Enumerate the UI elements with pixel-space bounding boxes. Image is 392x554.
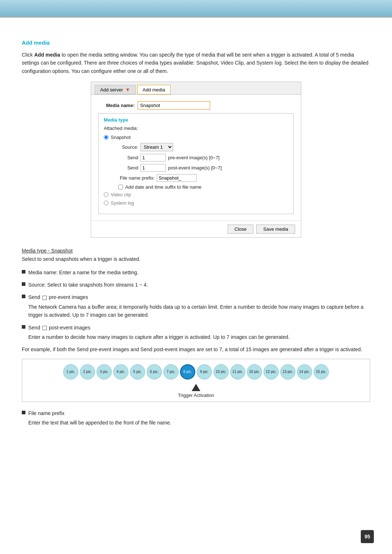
filename-prefix-label: File name prefix: (118, 175, 155, 181)
tab-bar: Add server ▼ Add media (91, 82, 301, 95)
main-content: Add media Click Add media to open the me… (0, 26, 392, 453)
pic-circle-15: 14 pic. (297, 364, 312, 379)
pic-circle-11: 11 pic. (230, 364, 245, 379)
media-name-row: Media name: (98, 101, 294, 110)
bullet-content-1: Media name: Enter a name for the media s… (28, 268, 139, 276)
radio-systemlog-label: System log (111, 200, 134, 206)
bullet-send-pre: Send pre-event images The Network Camera… (22, 293, 370, 319)
send-post-checkbox-inline (42, 326, 47, 330)
date-suffix-checkbox[interactable] (118, 185, 123, 189)
bullet-5-title: File name prefix (28, 410, 65, 416)
tab-add-server[interactable]: Add server ▼ (95, 85, 136, 94)
filename-prefix-row: File name prefix: (118, 174, 288, 182)
pic-circle-12: 10 pic. (247, 364, 262, 379)
trigger-label: Trigger Activation (178, 393, 214, 398)
radio-videoclip-row: Video clip (104, 192, 288, 197)
filename-prefix-input[interactable] (157, 174, 197, 182)
bullet-square-5 (22, 411, 25, 414)
diagram-box: 1 pic.2 pic.3 pic.4 pic.5 pic.6 pic.7 pi… (22, 359, 370, 402)
description-section: Media type - Snapshot Select to send sna… (22, 248, 370, 427)
page-title: Add media (22, 40, 370, 46)
send-post-suffix: post-event image(s) [0~7] (168, 165, 222, 171)
panel-footer: Close Save media (91, 221, 301, 237)
media-type-box: Media type Attached media: Snapshot Sour… (98, 113, 294, 214)
radio-videoclip[interactable] (104, 192, 109, 197)
bullet-2-title: Source: Select to take snapshots from st… (28, 282, 148, 288)
date-suffix-label: Add date and time suffix to file name (125, 184, 201, 190)
pic-circle-9: 9 pic. (197, 364, 212, 379)
source-select[interactable]: Stream 1 Stream 2 Stream 3 Stream 4 (140, 143, 173, 151)
attached-media-label: Attached media: (104, 126, 288, 131)
bullet-content-2: Source: Select to take snapshots from st… (28, 281, 148, 289)
send-post-row: Send post-event image(s) [0~7] (118, 164, 288, 172)
top-bar (0, 0, 392, 17)
pic-circle-5: 5 pic. (130, 364, 145, 379)
media-name-label: Media name: (98, 103, 135, 108)
bullet-source: Source: Select to take snapshots from st… (22, 281, 370, 289)
tab-add-media[interactable]: Add media (137, 85, 171, 94)
bullet-content-5: File name prefix Enter the text that wil… (28, 409, 171, 427)
send-pre-checkbox-inline (42, 296, 47, 300)
add-server-label: Add server (100, 87, 123, 93)
radio-snapshot-row: Snapshot (104, 135, 288, 140)
bullet-square-4 (22, 325, 25, 329)
radio-systemlog-row: System log (104, 200, 288, 206)
page-number: 95 (361, 530, 374, 543)
send-pre-label: Send (118, 155, 138, 160)
bullet-square-2 (22, 282, 25, 286)
media-type-title: Media type (104, 117, 288, 123)
desc-section-title: Media type - Snapshot (22, 248, 370, 254)
bullet-content-4: Send post-event images Enter a number to… (28, 324, 290, 341)
radio-snapshot-label: Snapshot (111, 135, 131, 140)
bullet-content-3: Send pre-event images The Network Camera… (28, 293, 370, 319)
pic-circle-6: 6 pic. (147, 364, 162, 379)
pic-circle-1: 1 pic. (63, 364, 78, 379)
example-paragraph: For example, if both the Send pre-event … (22, 345, 370, 353)
trigger-area: Trigger Activation (26, 384, 366, 398)
pic-circle-4: 4 pic. (113, 364, 128, 379)
bullet-1-title: Media name: Enter a name for the media s… (28, 270, 139, 275)
pic-circle-16: 15 pic. (314, 364, 329, 379)
media-name-input[interactable] (138, 101, 210, 110)
close-button[interactable]: Close (228, 225, 253, 234)
send-pre-suffix: pre-event image(s) [0~7] (168, 155, 220, 160)
radio-videoclip-label: Video clip (111, 192, 131, 197)
desc-section-subtitle: Select to send snapshots when a trigger … (22, 255, 370, 263)
bullet-5-body: Enter the text that will be appended to … (28, 419, 171, 427)
bullet-square-3 (22, 295, 25, 298)
pic-circle-14: 13 pic. (280, 364, 295, 379)
send-pre-row: Send pre-event image(s) [0~7] (118, 154, 288, 161)
snapshot-options: Source: Stream 1 Stream 2 Stream 3 Strea… (118, 143, 288, 190)
source-row: Source: Stream 1 Stream 2 Stream 3 Strea… (118, 143, 288, 151)
add-media-label: Add media (143, 87, 165, 93)
ui-panel: Add server ▼ Add media Media name: Media… (91, 82, 301, 238)
panel-body: Media name: Media type Attached media: S… (91, 95, 301, 221)
bullet-4-body: Enter a number to decide how many images… (28, 333, 290, 341)
pic-strip: 1 pic.2 pic.3 pic.4 pic.5 pic.6 pic.7 pi… (26, 364, 366, 379)
pic-circle-3: 3 pic. (97, 364, 112, 379)
send-post-label: Send (118, 165, 138, 171)
pic-circle-2: 2 pic. (80, 364, 95, 379)
send-pre-input[interactable] (140, 154, 166, 161)
radio-systemlog[interactable] (104, 201, 109, 205)
pic-circle-8: 8 pic. (180, 364, 195, 379)
bullet-media-name: Media name: Enter a name for the media s… (22, 268, 370, 276)
intro-paragraph: Click Add media to open the media settin… (22, 51, 370, 75)
bullet-3-body: The Network Camera has a buffer area; it… (28, 303, 370, 319)
bullet-send-post: Send post-event images Enter a number to… (22, 324, 370, 341)
bullet-3-title: Send pre-event images (28, 294, 88, 300)
radio-snapshot[interactable] (104, 135, 109, 140)
date-suffix-row: Add date and time suffix to file name (118, 184, 288, 190)
bullet-square-1 (22, 270, 25, 274)
pic-circle-10: 10 pic. (213, 364, 229, 379)
source-label: Source: (118, 144, 138, 150)
pic-circle-13: 12 pic. (264, 364, 279, 379)
send-post-input[interactable] (140, 164, 166, 172)
save-media-button[interactable]: Save media (256, 225, 295, 234)
bullet-filename-prefix: File name prefix Enter the text that wil… (22, 409, 370, 427)
heart-icon: ▼ (125, 87, 130, 93)
bullet-4-title: Send post-event images (28, 325, 90, 331)
intro-bold: Add media (34, 52, 60, 58)
pic-circle-7: 7 pic. (163, 364, 179, 379)
arrow-up-icon (192, 384, 200, 391)
